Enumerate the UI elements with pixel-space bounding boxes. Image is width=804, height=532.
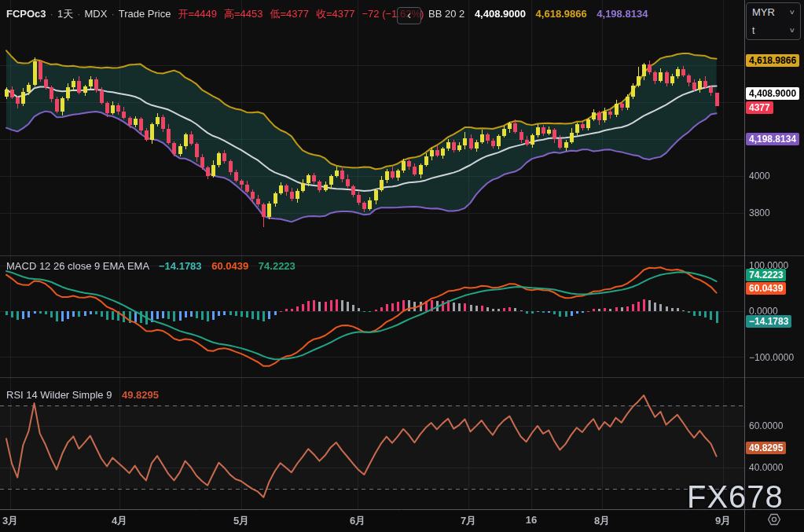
price-badge-macd-signal: 74.2223 — [746, 269, 786, 281]
legend-collapse-button[interactable]: ‹ — [397, 7, 421, 24]
macd-signal-value: 74.2223 — [259, 260, 296, 272]
macd-hist-value: −14.1783 — [159, 260, 202, 272]
time-axis-label: 5月 — [233, 514, 249, 528]
ohlc-values: 开=4449高=4453低=4377收=4377−72 (−1.62%) — [171, 8, 424, 20]
bb-lower-value: 4,198.8134 — [597, 8, 648, 20]
unit-value: t — [752, 25, 754, 36]
ohlc-item: 收=4377 — [316, 8, 355, 20]
interval-value[interactable]: 1天 — [57, 8, 73, 20]
ohlc-item: 低=4377 — [270, 8, 309, 20]
price-badge-macd-hist: −14.1783 — [746, 315, 791, 328]
currency-unit-selector: MYR ∨ t ∨ — [746, 2, 801, 40]
symbol-name[interactable]: FCPOc3 — [6, 8, 46, 20]
rsi-title[interactable]: RSI 14 Wilder Simple 9 — [6, 389, 112, 401]
chevron-down-icon: ∨ — [789, 27, 795, 34]
separator-dot: · — [111, 8, 114, 20]
price-badge-bb-upper: 4,618.9866 — [746, 54, 799, 67]
rsi-value: 49.8295 — [122, 389, 159, 401]
price-axis-tick: −100.0000 — [749, 352, 794, 363]
macd-title[interactable]: MACD 12 26 close 9 EMA EMA — [6, 260, 149, 272]
time-axis-label: 4月 — [112, 514, 127, 528]
chevron-down-icon: ∨ — [789, 9, 795, 16]
price-axis-tick: 4000 — [749, 171, 770, 182]
price-badge-last-price: 4377 — [746, 101, 773, 114]
bb-title[interactable]: BB 20 2 — [428, 8, 464, 20]
price-axis-tick: 40.0000 — [749, 462, 783, 473]
bb-upper-value: 4,618.9866 — [536, 8, 587, 20]
price-badge-macd-line: 60.0439 — [746, 282, 786, 295]
trading-chart-window: FCPOc3·1天·MDX·Trade Price开=4449高=4453低=4… — [0, 0, 804, 532]
price-axis-tick: 3800 — [749, 207, 770, 218]
macd-line-value: 60.0439 — [211, 260, 248, 272]
bb-legend: BB 20 2 4,408.9000 4,618.9866 4,198.8134 — [428, 8, 648, 20]
time-axis-label: 6月 — [350, 514, 365, 528]
time-axis-label: 7月 — [461, 514, 476, 528]
price-badge-rsi-value: 49.8295 — [746, 442, 786, 454]
separator-dot: · — [77, 8, 80, 20]
time-axis-label: 3月 — [2, 514, 18, 528]
exchange-name: MDX — [85, 8, 108, 20]
currency-select[interactable]: MYR ∨ — [747, 3, 800, 21]
time-axis-label: 9月 — [715, 514, 731, 528]
chart-settings-gear-icon[interactable] — [767, 512, 781, 526]
macd-legend: MACD 12 26 close 9 EMA EMA −14.1783 60.0… — [6, 260, 296, 273]
unit-select[interactable]: t ∨ — [747, 21, 800, 39]
time-axis-label: 16 — [526, 514, 537, 526]
symbol-legend: FCPOc3·1天·MDX·Trade Price开=4449高=4453低=4… — [6, 8, 424, 20]
fx678-watermark: FX678 — [687, 479, 784, 515]
time-axis-label: 8月 — [594, 514, 610, 528]
separator-dot: · — [50, 8, 53, 20]
price-badge-bb-basis: 4,408.9000 — [746, 87, 799, 100]
price-axis-tick: 60.0000 — [749, 420, 783, 431]
currency-value: MYR — [752, 6, 775, 18]
rsi-legend: RSI 14 Wilder Simple 9 49.8295 — [6, 389, 159, 402]
ohlc-item: 高=4453 — [224, 8, 263, 20]
bb-basis-value: 4,408.9000 — [475, 8, 526, 20]
ohlc-item: 开=4449 — [178, 8, 217, 20]
price-badge-bb-lower: 4,198.8134 — [746, 133, 799, 145]
series-type: Trade Price — [119, 8, 171, 20]
